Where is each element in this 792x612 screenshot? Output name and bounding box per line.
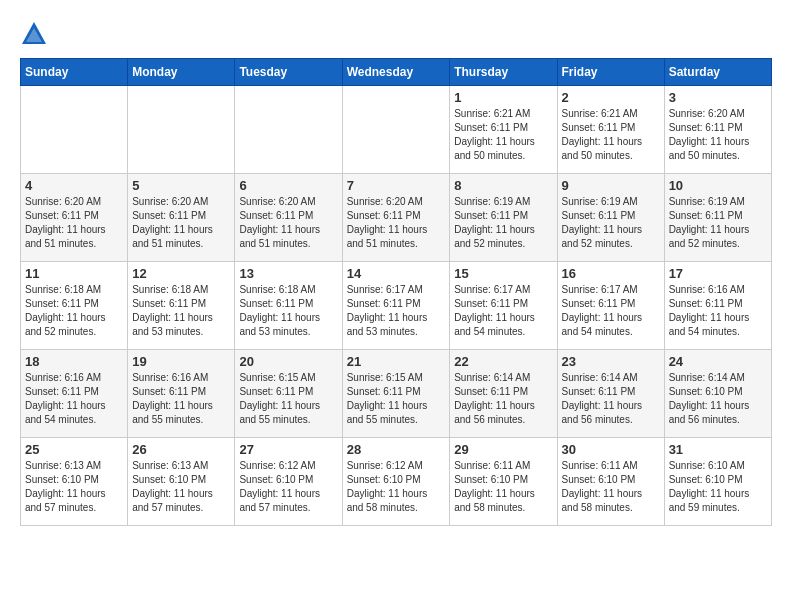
daylight: Daylight: 11 hours and 54 minutes. xyxy=(562,312,643,337)
sunrise: Sunrise: 6:16 AM xyxy=(25,372,101,383)
daylight: Daylight: 11 hours and 54 minutes. xyxy=(669,312,750,337)
calendar-cell: 13 Sunrise: 6:18 AM Sunset: 6:11 PM Dayl… xyxy=(235,262,342,350)
calendar-table: SundayMondayTuesdayWednesdayThursdayFrid… xyxy=(20,58,772,526)
calendar-cell xyxy=(235,86,342,174)
sunset: Sunset: 6:10 PM xyxy=(132,474,206,485)
day-info: Sunrise: 6:17 AM Sunset: 6:11 PM Dayligh… xyxy=(347,283,446,339)
sunrise: Sunrise: 6:17 AM xyxy=(562,284,638,295)
day-info: Sunrise: 6:16 AM Sunset: 6:11 PM Dayligh… xyxy=(25,371,123,427)
sunset: Sunset: 6:11 PM xyxy=(25,386,99,397)
sunset: Sunset: 6:11 PM xyxy=(562,386,636,397)
sunset: Sunset: 6:11 PM xyxy=(669,122,743,133)
sunrise: Sunrise: 6:12 AM xyxy=(347,460,423,471)
weekday-header-thursday: Thursday xyxy=(450,59,557,86)
day-number: 7 xyxy=(347,178,446,193)
day-info: Sunrise: 6:18 AM Sunset: 6:11 PM Dayligh… xyxy=(132,283,230,339)
day-number: 3 xyxy=(669,90,767,105)
calendar-cell: 5 Sunrise: 6:20 AM Sunset: 6:11 PM Dayli… xyxy=(128,174,235,262)
day-info: Sunrise: 6:15 AM Sunset: 6:11 PM Dayligh… xyxy=(347,371,446,427)
daylight: Daylight: 11 hours and 58 minutes. xyxy=(454,488,535,513)
day-info: Sunrise: 6:20 AM Sunset: 6:11 PM Dayligh… xyxy=(669,107,767,163)
sunset: Sunset: 6:11 PM xyxy=(25,298,99,309)
calendar-cell: 12 Sunrise: 6:18 AM Sunset: 6:11 PM Dayl… xyxy=(128,262,235,350)
calendar-cell: 27 Sunrise: 6:12 AM Sunset: 6:10 PM Dayl… xyxy=(235,438,342,526)
sunset: Sunset: 6:11 PM xyxy=(669,298,743,309)
day-number: 17 xyxy=(669,266,767,281)
day-number: 20 xyxy=(239,354,337,369)
calendar-cell: 20 Sunrise: 6:15 AM Sunset: 6:11 PM Dayl… xyxy=(235,350,342,438)
sunrise: Sunrise: 6:12 AM xyxy=(239,460,315,471)
daylight: Daylight: 11 hours and 51 minutes. xyxy=(25,224,106,249)
day-number: 2 xyxy=(562,90,660,105)
calendar-week-5: 25 Sunrise: 6:13 AM Sunset: 6:10 PM Dayl… xyxy=(21,438,772,526)
calendar-cell: 3 Sunrise: 6:20 AM Sunset: 6:11 PM Dayli… xyxy=(664,86,771,174)
daylight: Daylight: 11 hours and 51 minutes. xyxy=(132,224,213,249)
day-info: Sunrise: 6:19 AM Sunset: 6:11 PM Dayligh… xyxy=(562,195,660,251)
daylight: Daylight: 11 hours and 53 minutes. xyxy=(239,312,320,337)
day-number: 14 xyxy=(347,266,446,281)
daylight: Daylight: 11 hours and 53 minutes. xyxy=(347,312,428,337)
sunrise: Sunrise: 6:17 AM xyxy=(347,284,423,295)
sunrise: Sunrise: 6:21 AM xyxy=(562,108,638,119)
sunrise: Sunrise: 6:18 AM xyxy=(25,284,101,295)
day-number: 10 xyxy=(669,178,767,193)
sunrise: Sunrise: 6:14 AM xyxy=(454,372,530,383)
day-number: 5 xyxy=(132,178,230,193)
sunset: Sunset: 6:11 PM xyxy=(454,298,528,309)
day-number: 11 xyxy=(25,266,123,281)
calendar-week-2: 4 Sunrise: 6:20 AM Sunset: 6:11 PM Dayli… xyxy=(21,174,772,262)
calendar-cell: 18 Sunrise: 6:16 AM Sunset: 6:11 PM Dayl… xyxy=(21,350,128,438)
sunrise: Sunrise: 6:17 AM xyxy=(454,284,530,295)
sunset: Sunset: 6:11 PM xyxy=(454,122,528,133)
day-number: 12 xyxy=(132,266,230,281)
sunrise: Sunrise: 6:16 AM xyxy=(669,284,745,295)
calendar-week-1: 1 Sunrise: 6:21 AM Sunset: 6:11 PM Dayli… xyxy=(21,86,772,174)
sunset: Sunset: 6:11 PM xyxy=(25,210,99,221)
daylight: Daylight: 11 hours and 51 minutes. xyxy=(239,224,320,249)
sunrise: Sunrise: 6:13 AM xyxy=(132,460,208,471)
day-number: 31 xyxy=(669,442,767,457)
sunset: Sunset: 6:11 PM xyxy=(454,210,528,221)
sunset: Sunset: 6:10 PM xyxy=(25,474,99,485)
sunset: Sunset: 6:10 PM xyxy=(347,474,421,485)
daylight: Daylight: 11 hours and 55 minutes. xyxy=(347,400,428,425)
calendar-cell: 7 Sunrise: 6:20 AM Sunset: 6:11 PM Dayli… xyxy=(342,174,450,262)
daylight: Daylight: 11 hours and 57 minutes. xyxy=(25,488,106,513)
calendar-cell: 22 Sunrise: 6:14 AM Sunset: 6:11 PM Dayl… xyxy=(450,350,557,438)
day-number: 8 xyxy=(454,178,552,193)
daylight: Daylight: 11 hours and 50 minutes. xyxy=(669,136,750,161)
sunrise: Sunrise: 6:11 AM xyxy=(562,460,638,471)
day-info: Sunrise: 6:16 AM Sunset: 6:11 PM Dayligh… xyxy=(132,371,230,427)
calendar-cell: 28 Sunrise: 6:12 AM Sunset: 6:10 PM Dayl… xyxy=(342,438,450,526)
calendar-cell: 8 Sunrise: 6:19 AM Sunset: 6:11 PM Dayli… xyxy=(450,174,557,262)
sunrise: Sunrise: 6:20 AM xyxy=(347,196,423,207)
weekday-header-saturday: Saturday xyxy=(664,59,771,86)
weekday-header-friday: Friday xyxy=(557,59,664,86)
daylight: Daylight: 11 hours and 50 minutes. xyxy=(562,136,643,161)
sunrise: Sunrise: 6:20 AM xyxy=(239,196,315,207)
day-info: Sunrise: 6:16 AM Sunset: 6:11 PM Dayligh… xyxy=(669,283,767,339)
calendar-cell: 17 Sunrise: 6:16 AM Sunset: 6:11 PM Dayl… xyxy=(664,262,771,350)
calendar-cell: 14 Sunrise: 6:17 AM Sunset: 6:11 PM Dayl… xyxy=(342,262,450,350)
daylight: Daylight: 11 hours and 55 minutes. xyxy=(132,400,213,425)
day-info: Sunrise: 6:20 AM Sunset: 6:11 PM Dayligh… xyxy=(25,195,123,251)
calendar-cell xyxy=(21,86,128,174)
calendar-cell: 16 Sunrise: 6:17 AM Sunset: 6:11 PM Dayl… xyxy=(557,262,664,350)
day-info: Sunrise: 6:14 AM Sunset: 6:10 PM Dayligh… xyxy=(669,371,767,427)
sunset: Sunset: 6:11 PM xyxy=(562,298,636,309)
calendar-cell: 6 Sunrise: 6:20 AM Sunset: 6:11 PM Dayli… xyxy=(235,174,342,262)
day-number: 1 xyxy=(454,90,552,105)
weekday-header-monday: Monday xyxy=(128,59,235,86)
sunrise: Sunrise: 6:21 AM xyxy=(454,108,530,119)
sunrise: Sunrise: 6:19 AM xyxy=(669,196,745,207)
daylight: Daylight: 11 hours and 57 minutes. xyxy=(239,488,320,513)
calendar-cell: 4 Sunrise: 6:20 AM Sunset: 6:11 PM Dayli… xyxy=(21,174,128,262)
calendar-cell: 10 Sunrise: 6:19 AM Sunset: 6:11 PM Dayl… xyxy=(664,174,771,262)
sunset: Sunset: 6:10 PM xyxy=(239,474,313,485)
calendar-cell: 2 Sunrise: 6:21 AM Sunset: 6:11 PM Dayli… xyxy=(557,86,664,174)
day-info: Sunrise: 6:17 AM Sunset: 6:11 PM Dayligh… xyxy=(454,283,552,339)
day-info: Sunrise: 6:19 AM Sunset: 6:11 PM Dayligh… xyxy=(454,195,552,251)
logo xyxy=(20,20,52,48)
weekday-header-wednesday: Wednesday xyxy=(342,59,450,86)
day-info: Sunrise: 6:11 AM Sunset: 6:10 PM Dayligh… xyxy=(454,459,552,515)
